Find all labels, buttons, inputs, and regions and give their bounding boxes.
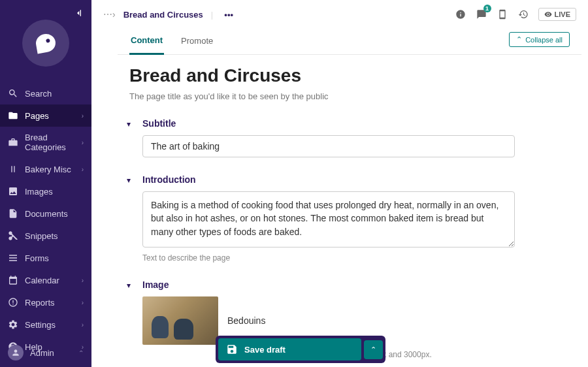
live-button[interactable]: LIVE [538,8,576,21]
chevron-right-icon: › [82,166,84,173]
chevron-right-icon: › [82,321,84,328]
documents-icon [8,208,18,219]
sidebar-item-bakery-misc[interactable]: Bakery Misc › [0,158,91,180]
snippets-icon [8,231,18,241]
sidebar-item-settings[interactable]: Settings › [0,313,91,336]
field-image: ▾ Image Bedouins [129,279,562,345]
sidebar-item-snippets[interactable]: Snippets [0,225,91,247]
breadcrumb-root-icon[interactable]: ⋯› [103,9,116,20]
history-icon[interactable] [517,8,529,20]
content-area: Bread and Circuses The page title as you… [91,55,588,367]
nav-label: Calendar [25,276,82,285]
field-help-text: Text to describe the page [142,253,562,263]
misc-icon [8,164,18,174]
categories-icon [8,137,18,148]
chevron-right-icon: › [82,277,84,284]
chevron-right-icon: › [82,139,84,146]
tab-promote[interactable]: Promote [180,29,214,54]
sidebar-item-images[interactable]: Images [0,180,91,202]
nav-label: Bread Categories [25,133,82,152]
sidebar-item-reports[interactable]: Reports › [0,291,91,313]
collapse-all-button[interactable]: ⌃Collapse all [509,32,570,47]
pages-icon [8,110,18,121]
nav-label: Forms [25,253,84,263]
top-bar: ⋯› Bread and Circuses | ••• 1 LIVE [91,0,588,29]
title-help-text: The page title as you'd like it to be se… [129,91,562,101]
chevron-down-icon[interactable]: ▾ [127,120,131,129]
calendar-icon [8,275,18,285]
tab-content[interactable]: Content [129,29,164,55]
nav-label: Search [25,89,84,99]
save-bar: Save draft ⌃ [216,336,385,363]
main: ⋯› Bread and Circuses | ••• 1 LIVE Conte… [91,0,588,367]
nav-label: Bakery Misc [25,165,82,174]
settings-icon [8,319,18,330]
avatar [8,345,24,360]
nav-label: Documents [25,209,84,219]
comments-icon[interactable]: 1 [476,8,487,20]
admin-label: Admin [30,348,78,358]
nav-label: Pages [25,111,82,121]
chevron-right-icon: › [82,299,84,306]
save-draft-button[interactable]: Save draft [218,338,361,360]
preview-icon[interactable] [497,8,508,20]
breadcrumb-title[interactable]: Bread and Circuses [123,10,203,20]
notification-badge: 1 [483,5,491,12]
nav-label: Images [25,187,84,197]
reports-icon [8,297,18,308]
nav-label: Settings [25,320,82,330]
sidebar-item-calendar[interactable]: Calendar › [0,269,91,291]
sidebar-item-search[interactable]: Search [0,82,91,104]
page-title[interactable]: Bread and Circuses [129,65,562,86]
sidebar-collapse-button[interactable] [73,8,84,21]
collapse-icon: ⌃ [516,35,522,44]
image-name: Bedouins [227,315,265,326]
sidebar-item-pages[interactable]: Pages › [0,104,91,127]
chevron-down-icon[interactable]: ▾ [127,281,131,290]
admin-menu[interactable]: Admin ⌃ [0,338,91,367]
tabs: Content Promote ⌃Collapse all [118,29,581,55]
nav-label: Reports [25,298,82,308]
field-label: Image [142,279,169,290]
nav-label: Snippets [25,231,84,241]
save-options-dropdown[interactable]: ⌃ [364,340,383,359]
chevron-up-icon: ⌃ [78,349,84,357]
sidebar-item-documents[interactable]: Documents [0,202,91,225]
info-icon[interactable] [455,8,466,20]
chevron-down-icon[interactable]: ▾ [127,176,131,185]
search-icon [8,88,18,99]
field-label: Introduction [142,174,196,185]
page-actions-menu[interactable]: ••• [221,7,237,22]
field-introduction: ▾ Introduction Baking is a method of coo… [129,174,562,263]
images-icon [8,186,18,197]
sidebar: Search Pages › Bread Categories › Bakery… [0,0,91,367]
chevron-right-icon: › [82,112,84,120]
forms-icon [8,253,18,263]
image-thumbnail[interactable] [142,296,218,345]
field-subtitle: ▾ Subtitle [129,118,562,157]
field-label: Subtitle [142,118,176,129]
sidebar-item-forms[interactable]: Forms [0,247,91,269]
image-help-fragment: t and 3000px. [384,350,432,359]
subtitle-input[interactable] [142,135,515,157]
sidebar-item-bread-categories[interactable]: Bread Categories › [0,127,91,158]
introduction-textarea[interactable]: Baking is a method of cooking food that … [142,191,515,247]
